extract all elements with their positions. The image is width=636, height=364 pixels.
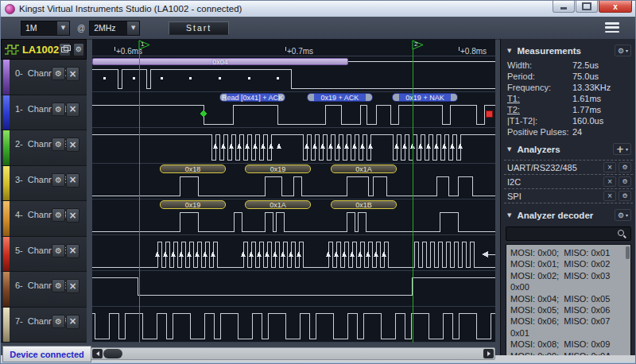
close-icon[interactable]: ×: [66, 279, 80, 293]
decoder-item[interactable]: MOSI: 0x06; MISO: 0x07: [506, 316, 630, 327]
close-icon[interactable]: ×: [66, 173, 80, 188]
spi-decode-bar[interactable]: 0x1A: [245, 200, 311, 209]
scrollbar-thumb[interactable]: [103, 349, 122, 358]
channel-row-0[interactable]: 0-Channel 0 ⚙ ×: [1, 60, 87, 95]
channel-row-5[interactable]: 5-Channel 5 ⚙ ×: [1, 237, 87, 273]
close-icon[interactable]: ×: [603, 191, 616, 201]
waveform-row-3[interactable]: 0x18 0x19 0x1A: [92, 164, 495, 199]
gear-icon[interactable]: ⚙: [52, 103, 65, 116]
scrollbar-thumb[interactable]: [626, 246, 630, 259]
scroll-right-button[interactable]: [483, 349, 494, 358]
collapse-triangle-icon[interactable]: ▼: [507, 146, 511, 153]
spi-decode-bar[interactable]: 0x18: [160, 165, 226, 173]
decoder-header[interactable]: ▼ Analyzer decoder ⚙▾: [501, 203, 636, 224]
decoder-item[interactable]: 0x00: [506, 281, 630, 292]
titlebar[interactable]: Kingst Virtual Instruments Studio (LA100…: [1, 1, 635, 17]
measurements-settings-button[interactable]: ⚙▾: [615, 45, 631, 56]
sample-depth-select[interactable]: 1M ▼: [21, 21, 70, 36]
collapse-triangle-icon[interactable]: ▼: [507, 48, 511, 54]
i2c-decode-bar[interactable]: Read [0x41] + ACK: [219, 93, 285, 102]
gear-icon[interactable]: ⚙: [52, 244, 65, 258]
decoder-item[interactable]: MOSI: 0x01; MISO: 0x02: [506, 258, 630, 269]
close-button[interactable]: x: [599, 1, 632, 13]
t2-link[interactable]: T2:: [507, 105, 572, 114]
waveform-row-6[interactable]: [92, 271, 495, 307]
channel-row-1[interactable]: 1-Channel 1 ⚙ ×: [1, 95, 87, 131]
gear-icon[interactable]: ⚙: [52, 67, 65, 80]
restore-view-button[interactable]: [59, 43, 70, 56]
decoder-item[interactable]: MOSI: 0x02; MISO: 0x03: [506, 270, 630, 281]
waveform-row-4[interactable]: 0x19 0x1A 0x1B: [92, 199, 495, 235]
analyzer-row[interactable]: SPI ×⚙: [504, 188, 633, 203]
trigger-stop-marker[interactable]: [486, 110, 492, 117]
spi-decode-bar[interactable]: 0x1B: [331, 200, 397, 209]
spi-decode-bar[interactable]: 0x19: [245, 165, 311, 173]
decoder-item[interactable]: MOSI: 0x00; MISO: 0x01: [506, 247, 630, 258]
gear-icon[interactable]: ⚙: [619, 176, 631, 187]
minimize-button[interactable]: [553, 1, 575, 13]
maximize-button[interactable]: [576, 1, 598, 13]
close-icon[interactable]: ×: [603, 176, 616, 187]
device-settings-button[interactable]: ⚙: [73, 43, 84, 56]
measurements-header[interactable]: ▼ Measurements ⚙▾: [501, 39, 636, 60]
analyzer-row[interactable]: I2C ×⚙: [504, 174, 633, 188]
gear-icon[interactable]: ⚙: [619, 162, 631, 172]
channel-row-2[interactable]: 2-Channel 2 ⚙ ×: [1, 130, 87, 166]
toolbar: 1M ▼ @ 2MHz ▼ Start: [1, 17, 635, 40]
t1-link[interactable]: T1:: [507, 94, 572, 103]
waveform-row-5[interactable]: [92, 235, 495, 271]
decoder-results-list[interactable]: MOSI: 0x00; MISO: 0x01 MOSI: 0x01; MISO:…: [506, 244, 631, 362]
scroll-left-button[interactable]: [92, 349, 103, 358]
chevron-down-icon[interactable]: ▼: [56, 21, 69, 35]
close-icon[interactable]: ×: [66, 244, 80, 258]
gear-icon[interactable]: ⚙: [52, 137, 65, 151]
decoder-item[interactable]: MOSI: 0x05; MISO: 0x06: [506, 304, 630, 316]
gear-icon[interactable]: ⚙: [52, 208, 65, 222]
start-button[interactable]: Start: [169, 21, 229, 35]
waveform-row-0[interactable]: 0x04: [92, 56, 495, 92]
gear-icon[interactable]: ⚙: [52, 315, 65, 328]
time-ruler[interactable]: +0.6ms +0.7ms +0.8ms: [92, 39, 495, 56]
close-icon[interactable]: ×: [603, 162, 616, 172]
channel-row-3[interactable]: 3-Channel 3 ⚙ ×: [1, 166, 87, 202]
time-marker-1-flag[interactable]: 1: [138, 40, 153, 50]
gear-icon[interactable]: ⚙: [52, 279, 65, 292]
time-marker-2-line[interactable]: [413, 49, 413, 343]
close-icon[interactable]: ×: [66, 208, 80, 223]
add-analyzer-button[interactable]: +▾: [613, 143, 631, 155]
time-marker-1-line[interactable]: [139, 49, 140, 343]
decoder-item[interactable]: MOSI: 0x04; MISO: 0x05: [506, 293, 630, 304]
analyzer-row[interactable]: UART/RS232/485 ×⚙: [504, 160, 633, 174]
trigger-start-marker[interactable]: [200, 110, 207, 118]
close-icon[interactable]: ×: [66, 137, 80, 152]
channel0-color-strip: [3, 60, 10, 95]
analyzers-header[interactable]: ▼ Analyzers +▾: [501, 137, 636, 158]
close-icon[interactable]: ×: [66, 315, 80, 329]
collapse-triangle-icon[interactable]: ▼: [507, 212, 511, 219]
spi-decode-bar[interactable]: 0x19: [160, 200, 226, 209]
time-marker-2-flag[interactable]: 2: [412, 40, 426, 50]
spi-decode-bar[interactable]: 0x1A: [331, 165, 397, 173]
channel-row-6[interactable]: 6-Channel 6 ⚙ ×: [1, 272, 87, 308]
waveform-row-7[interactable]: [92, 307, 495, 343]
time-label: +0.7ms: [285, 47, 313, 56]
decoder-item[interactable]: 0x01: [506, 327, 630, 339]
i2c-decode-bar[interactable]: 0x19 + NAK: [392, 93, 458, 102]
close-icon[interactable]: ×: [66, 67, 80, 81]
sample-rate-select[interactable]: 2MHz ▼: [89, 21, 140, 36]
waveform-row-1[interactable]: Read [0x41] + ACK 0x19 + ACK 0x19 + NAK: [92, 92, 495, 128]
decoder-search-input[interactable]: [506, 227, 631, 241]
menu-button[interactable]: [605, 22, 619, 33]
waveform-row-2[interactable]: [92, 128, 495, 164]
channel-row-7[interactable]: 7-Channel 7 ⚙ ×: [1, 308, 87, 343]
decoder-item[interactable]: MOSI: 0x08; MISO: 0x09: [506, 339, 630, 350]
chevron-down-icon[interactable]: ▼: [126, 21, 139, 35]
gear-icon[interactable]: ⚙: [619, 191, 631, 201]
horizontal-scrollbar[interactable]: [91, 347, 495, 360]
decoder-settings-button[interactable]: ⚙▾: [615, 209, 631, 221]
gear-icon[interactable]: ⚙: [52, 173, 65, 187]
waveform-area[interactable]: +0.6ms +0.7ms +0.8ms 0x04: [92, 39, 495, 343]
channel-row-4[interactable]: 4-Channel 4 ⚙ ×: [1, 201, 87, 237]
close-icon[interactable]: ×: [66, 103, 80, 117]
i2c-decode-bar[interactable]: 0x19 + ACK: [307, 93, 373, 102]
